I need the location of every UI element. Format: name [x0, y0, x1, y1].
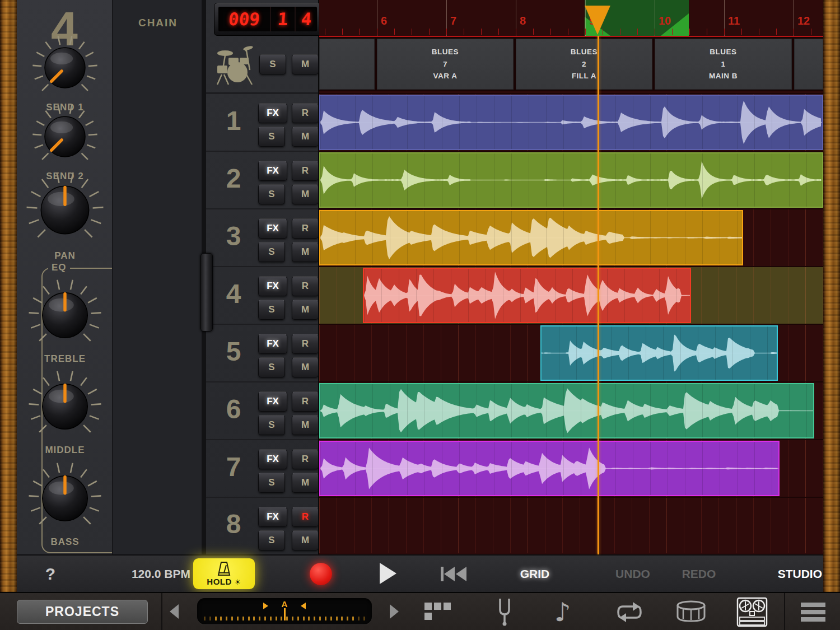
track-lane[interactable] — [319, 208, 823, 266]
track-solo-button[interactable]: S — [258, 473, 285, 493]
track-lane[interactable] — [319, 381, 823, 439]
track-record-button[interactable]: R — [292, 449, 319, 469]
track-fx-button[interactable]: FX — [258, 507, 287, 527]
audio-region[interactable] — [363, 268, 691, 323]
drum-region-label-line: BLUES — [432, 46, 459, 58]
undo-button[interactable]: UNDO — [599, 556, 666, 592]
track-fx-button[interactable]: FX — [258, 161, 287, 181]
track-mute-button[interactable]: M — [292, 415, 319, 435]
track-fx-button[interactable]: FX — [258, 218, 287, 239]
track-solo-button[interactable]: S — [258, 127, 285, 147]
ruler-tick — [377, 29, 377, 35]
send-2-knob[interactable] — [32, 104, 98, 170]
ruler-tick — [672, 29, 673, 35]
bpm-display[interactable]: 120.0 BPM — [129, 556, 190, 592]
drum-region-block[interactable]: BLUES1MAIN B — [655, 39, 792, 90]
track-solo-button[interactable]: S — [258, 530, 285, 550]
drum-region-block[interactable]: BLUES7VAR A — [377, 39, 514, 90]
track-record-button[interactable]: R — [292, 507, 319, 527]
bar-number: 11 — [728, 15, 740, 27]
track-fx-button[interactable]: FX — [258, 334, 287, 354]
ruler-tick — [533, 29, 534, 35]
metronome-hold-button[interactable]: HOLD ☀ — [193, 558, 255, 589]
track-lane[interactable] — [319, 266, 823, 324]
track-lane[interactable] — [319, 497, 823, 553]
track-mute-button[interactable]: M — [292, 184, 319, 204]
note-icon[interactable]: ♪ — [549, 593, 577, 630]
redo-button[interactable]: REDO — [665, 556, 732, 592]
track-header-row: 1FXRSM — [206, 93, 318, 151]
track-mute-button[interactable]: M — [292, 242, 319, 262]
track-mute-button[interactable]: M — [292, 357, 319, 377]
track-record-button[interactable]: R — [292, 103, 319, 123]
track-header-row: 7FXRSM — [206, 439, 318, 497]
bass-label: BASS — [17, 536, 113, 548]
rewind-button[interactable] — [440, 566, 469, 582]
nav-right-arrow[interactable] — [390, 604, 399, 619]
track-fx-button[interactable]: FX — [258, 449, 287, 469]
help-button[interactable]: ? — [42, 556, 59, 592]
track-mute-button[interactable]: M — [292, 473, 319, 493]
region-grid-overlay — [320, 211, 742, 264]
track-lane[interactable] — [319, 93, 823, 151]
track-mute-button[interactable]: M — [292, 300, 319, 320]
play-button[interactable] — [380, 563, 396, 584]
drum-region-label-line: 1 — [721, 58, 725, 71]
recorder-studio-icon[interactable] — [736, 597, 768, 627]
middle-knob[interactable] — [28, 370, 102, 444]
treble-knob[interactable] — [28, 278, 102, 352]
treble-label: TREBLE — [17, 353, 113, 365]
audio-region[interactable] — [319, 210, 743, 265]
track-solo-button[interactable]: S — [258, 184, 285, 204]
track-mute-button[interactable]: M — [292, 530, 319, 550]
ruler-tick — [603, 29, 603, 35]
menu-button[interactable] — [800, 593, 827, 630]
track-number: 5 — [216, 336, 251, 367]
drum-icon[interactable] — [675, 600, 707, 624]
nav-left-arrow[interactable] — [170, 604, 179, 619]
steps-view-icon[interactable] — [423, 593, 459, 630]
playhead-line — [598, 36, 599, 554]
loop-icon[interactable] — [615, 599, 644, 626]
track-solo-button[interactable]: S — [258, 242, 285, 262]
pan-knob[interactable] — [26, 171, 104, 249]
bar-number: 10 — [659, 15, 671, 27]
track-record-button[interactable]: R — [292, 334, 319, 354]
audio-region[interactable] — [540, 325, 778, 381]
region-grid-overlay — [364, 269, 690, 322]
audio-region[interactable] — [319, 441, 780, 496]
studio-button[interactable]: STUDIO — [756, 556, 822, 592]
track-header-row: 2FXRSM — [206, 151, 318, 208]
track-mute-button[interactable]: M — [292, 127, 319, 147]
grid-button[interactable]: GRID — [501, 556, 568, 592]
track-record-button[interactable]: R — [292, 218, 319, 239]
track-solo-button[interactable]: S — [258, 357, 285, 377]
track-record-button[interactable]: R — [292, 161, 319, 181]
section-slider[interactable]: A — [197, 598, 372, 624]
audio-region[interactable] — [319, 95, 823, 150]
projects-button[interactable]: PROJECTS — [17, 600, 148, 624]
track-number: 4 — [216, 278, 251, 309]
track-record-button[interactable]: R — [292, 391, 319, 412]
track-lane[interactable] — [319, 439, 823, 497]
send-1-knob[interactable] — [32, 35, 98, 101]
tuner-icon[interactable] — [494, 598, 515, 627]
drum-region-block[interactable] — [794, 39, 823, 90]
track-solo-button[interactable]: S — [258, 300, 285, 320]
track-lane[interactable] — [319, 151, 823, 208]
drum-region-block[interactable] — [319, 39, 375, 90]
treble-knob-slot: TREBLE — [28, 278, 102, 354]
drum-region-block[interactable]: BLUES2FILL A — [516, 39, 652, 90]
track-fx-button[interactable]: FX — [258, 391, 287, 412]
bass-knob[interactable] — [28, 461, 102, 535]
track-fx-button[interactable]: FX — [258, 276, 287, 296]
track-solo-button[interactable]: S — [258, 415, 285, 435]
timeline-ruler[interactable]: 6789101112 — [319, 0, 823, 37]
audio-region[interactable] — [319, 383, 814, 438]
record-button[interactable] — [310, 563, 332, 585]
track-fx-button[interactable]: FX — [258, 103, 287, 123]
track-lane[interactable] — [319, 324, 823, 381]
track-record-button[interactable]: R — [292, 276, 319, 296]
panel-drag-handle[interactable] — [200, 253, 213, 332]
audio-region[interactable] — [319, 152, 823, 208]
